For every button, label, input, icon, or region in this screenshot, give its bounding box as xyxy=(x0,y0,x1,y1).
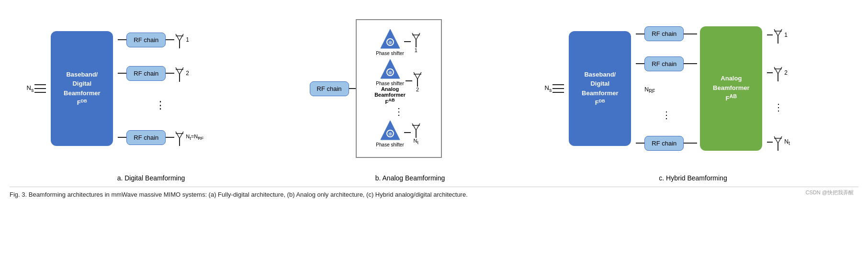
bb-line1-c: Baseband/ xyxy=(584,70,616,79)
phase-shifter-triangle-b2: ⊕ xyxy=(378,57,402,81)
ps-row-b3: ⊕ Phase shifter Nt xyxy=(357,118,441,147)
conn-b xyxy=(349,88,356,89)
phase-shifter-triangle-b3: ⊕ xyxy=(378,118,402,142)
rf-chain-c1: RF chain xyxy=(644,26,684,41)
vdots-c-ant: ⋮ xyxy=(774,101,783,113)
input-line-c1 xyxy=(552,84,564,85)
conn-a3b xyxy=(166,137,174,138)
caption-c: c. Hybrid Beamforming xyxy=(545,174,842,182)
antenna-icon-c3 xyxy=(773,134,783,151)
conn-c1 xyxy=(636,33,644,34)
ant-label-c1: 1 xyxy=(784,32,788,38)
conn-c3 xyxy=(636,143,644,144)
vdots-b: ⋮ xyxy=(394,106,404,117)
rf-chain-row-a1: RF chain 1 xyxy=(118,31,203,48)
svg-line-6 xyxy=(180,67,183,74)
svg-line-34 xyxy=(774,29,778,36)
svg-line-10 xyxy=(180,132,183,138)
diagram-b: RF chain ⊕ Phase shifter xyxy=(310,10,511,167)
rf-chain-b: RF chain xyxy=(310,81,349,96)
antenna-icon-a3 xyxy=(174,129,185,146)
antenna-icon-b3 xyxy=(411,121,421,138)
svg-line-38 xyxy=(774,67,778,74)
antenna-icon-c1 xyxy=(773,26,783,44)
ant-row-c3: Nt xyxy=(767,134,789,151)
svg-line-2 xyxy=(180,34,183,41)
ant-label-a1: 1 xyxy=(186,36,189,43)
vdots-a: ⋮ xyxy=(118,98,203,112)
diagram-a: Ns Baseband/ Digital Beamformer FDB xyxy=(27,10,276,167)
ps-label-b3: Phase shifter xyxy=(376,142,404,147)
bb-sym-c: FDB xyxy=(595,98,605,107)
rf-chain-row-c1: RF chain xyxy=(636,26,697,41)
captions-row: a. Digital Beamforming b. Analog Beamfor… xyxy=(10,167,858,187)
rf-chains-c: RF chain RF chain NRF ⋮ xyxy=(636,26,697,151)
rf-chain-row-c3: RF chain xyxy=(636,136,697,151)
ps-row-b2: ⊕ Phase shifter AnalogBeamformerFAB xyxy=(357,57,441,105)
svg-line-9 xyxy=(176,132,180,138)
ps-label-b1: Phase shifter xyxy=(376,51,404,56)
svg-line-42 xyxy=(774,136,778,143)
diagram-b-content: RF chain ⊕ Phase shifter xyxy=(310,10,511,167)
main-container: Ns Baseband/ Digital Beamformer FDB xyxy=(0,0,868,203)
fig-caption: Fig. 3. Beamforming architectures in mmW… xyxy=(10,191,468,198)
svg-text:⊕: ⊕ xyxy=(388,70,392,75)
conn-a2b xyxy=(166,73,174,74)
conn-ps-ant-b1 xyxy=(404,41,411,42)
antenna-icon-c2 xyxy=(773,64,783,81)
ps-label-b2: Phase shifter xyxy=(376,81,404,86)
diagrams-row: Ns Baseband/ Digital Beamformer FDB xyxy=(10,5,858,167)
bb-line1-a: Baseband/ xyxy=(66,70,98,79)
ant-col-c: 1 2 ⋮ xyxy=(767,26,789,151)
ant-row-c2: 2 xyxy=(767,64,789,81)
conn-c1b xyxy=(684,33,697,34)
svg-line-43 xyxy=(778,136,782,143)
csdn-badge: CSDN @快把我弄醒 xyxy=(806,189,854,196)
ant-label-c2: 2 xyxy=(784,69,788,76)
analog-bf-sym-c: FAB xyxy=(726,92,737,103)
ant-label-b1: 1 xyxy=(415,47,417,53)
svg-text:⊕: ⊕ xyxy=(388,131,392,136)
conn-ant-c2 xyxy=(767,72,773,73)
ns-label-c: Ns xyxy=(545,84,552,93)
nrf-label-c: NRF xyxy=(644,86,697,94)
analog-bf-label1-c: Analog xyxy=(721,74,742,83)
diagram-c-content: Ns Baseband/ Digital Beamformer FDB xyxy=(545,10,842,167)
input-line-a1 xyxy=(34,84,46,85)
ns-label-a: Ns xyxy=(27,84,34,93)
antenna-icon-a2 xyxy=(174,65,185,82)
bb-line2-c: Digital xyxy=(590,79,609,89)
rf-chain-row-a2: RF chain 2 xyxy=(118,65,203,82)
svg-line-35 xyxy=(778,29,782,36)
input-line-a3 xyxy=(34,92,46,93)
ant-label-b2: 2 xyxy=(416,87,419,92)
analog-bf-green-c: Analog Beamformer FAB xyxy=(700,26,762,151)
conn-ps-ant-b3 xyxy=(404,132,411,133)
bb-line3-c: Beamformer xyxy=(582,89,619,98)
svg-line-23 xyxy=(414,72,417,79)
vdots-c: ⋮ xyxy=(662,109,671,121)
bb-block-a: Baseband/ Digital Beamformer FDB xyxy=(51,31,113,146)
svg-line-39 xyxy=(778,67,782,74)
bb-block-c: Baseband/ Digital Beamformer FDB xyxy=(569,31,631,146)
svg-line-1 xyxy=(176,34,180,41)
conn-a2 xyxy=(118,73,126,74)
conn-c2b xyxy=(684,63,697,64)
ps-row-b1: ⊕ Phase shifter 1 xyxy=(357,27,441,56)
conn-c2 xyxy=(636,63,644,64)
ant-label-a2: 2 xyxy=(186,70,189,77)
bb-sup-c: DB xyxy=(599,98,605,103)
svg-text:⊕: ⊕ xyxy=(388,40,392,45)
caption-b: b. Analog Beamforming xyxy=(310,174,511,182)
phase-shifter-triangle-b1: ⊕ xyxy=(378,27,402,51)
input-line-a2 xyxy=(34,88,46,89)
rf-chain-c3: RF chain xyxy=(644,136,684,151)
conn-ps-ant-b2 xyxy=(406,80,412,81)
analog-bf-label-b: AnalogBeamformerFAB xyxy=(374,86,406,105)
rf-chain-a1: RF chain xyxy=(126,33,166,47)
conn-a1 xyxy=(118,39,126,40)
antenna-icon-b2 xyxy=(412,69,423,87)
diagram-c: Ns Baseband/ Digital Beamformer FDB xyxy=(545,10,842,167)
svg-line-24 xyxy=(417,72,421,79)
input-line-c2 xyxy=(552,88,564,89)
